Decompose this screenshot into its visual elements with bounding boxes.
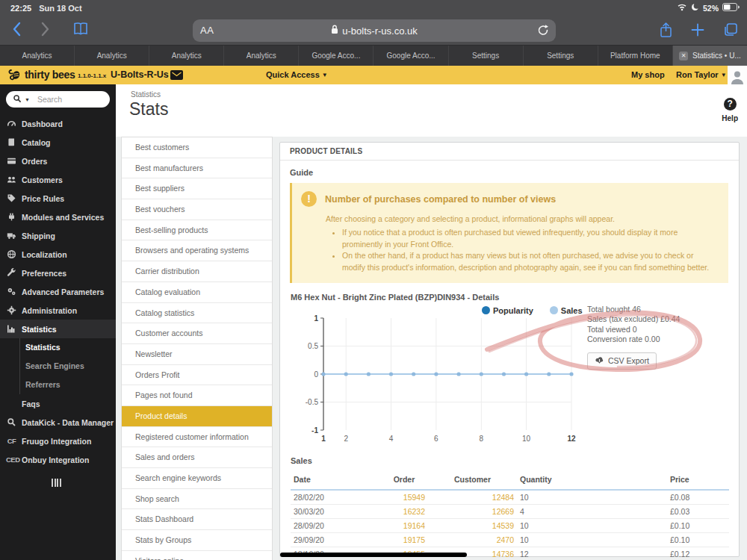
tab-analytics-4[interactable]: Analytics: [224, 46, 299, 66]
stats-menu-item[interactable]: Catalog evaluation: [122, 282, 272, 303]
tab-analytics-2[interactable]: Analytics: [75, 46, 149, 66]
customer-link[interactable]: 12484: [428, 490, 517, 505]
tab-settings-2[interactable]: Settings: [524, 46, 598, 66]
tabs-overview-icon[interactable]: [723, 22, 738, 40]
brand-name[interactable]: thirty bees: [25, 69, 75, 81]
stats-menu-item[interactable]: Best suppliers: [122, 178, 272, 199]
sidebar-search[interactable]: ▼ Search: [6, 91, 110, 108]
sidebar-item-preferences[interactable]: Preferences: [0, 264, 116, 282]
stats-menu-item[interactable]: Visitors online: [122, 551, 272, 560]
svg-text:12: 12: [567, 435, 576, 443]
customer-link[interactable]: 2470: [428, 532, 517, 547]
stats-menu-item-product-details[interactable]: Product details: [122, 406, 272, 427]
breadcrumb[interactable]: Statistics: [131, 90, 161, 99]
sidebar-item-localization[interactable]: Localization: [0, 245, 116, 264]
tab-platform-home[interactable]: Platform Home: [598, 46, 673, 66]
user-menu[interactable]: Ron Taylor▼: [676, 70, 727, 79]
ced-badge-icon: CED: [6, 455, 17, 464]
safari-chrome: 22:25 Sun 18 Oct 52% AA u-bolts-r-us.co.…: [0, 0, 747, 45]
svg-text:-0.5: -0.5: [306, 398, 319, 406]
tab-google-account-1[interactable]: Google Acco...: [299, 46, 374, 66]
sidebar-item-fruugo[interactable]: CFFruugo Integration: [0, 432, 116, 450]
tab-google-account-2[interactable]: Google Acco...: [374, 46, 448, 66]
help-button[interactable]: ? Help: [722, 98, 738, 122]
conversion-rate: Conversion rate 0.00: [587, 335, 680, 345]
submenu-item-statistics[interactable]: Statistics: [20, 338, 116, 357]
stats-menu-item[interactable]: Best vouchers: [122, 199, 272, 220]
cell-quantity: 10: [517, 532, 667, 547]
quick-access-menu[interactable]: Quick Access▼: [266, 70, 328, 79]
new-tab-icon[interactable]: [691, 23, 704, 40]
my-shop-link[interactable]: My shop: [631, 70, 665, 79]
stats-menu-item[interactable]: Newsletter: [122, 344, 272, 365]
sidebar-item-orders[interactable]: Orders: [0, 152, 116, 170]
stats-menu-item[interactable]: Search engine keywords: [122, 468, 272, 489]
sidebar-item-dashboard[interactable]: Dashboard: [0, 114, 116, 133]
col-order: Order: [380, 471, 428, 490]
sidebar-item-advanced-parameters[interactable]: Advanced Parameters: [0, 282, 116, 301]
mail-icon[interactable]: [170, 69, 183, 83]
sidebar-item-shipping[interactable]: Shipping: [0, 226, 116, 245]
home-indicator[interactable]: [280, 553, 467, 557]
sidebar-item-catalog[interactable]: Catalog: [0, 133, 116, 152]
sidebar-collapse-handle[interactable]: [52, 479, 61, 487]
sales-table: Date Order Customer Quantity Price 28/02…: [291, 471, 729, 560]
cell-quantity: 12: [517, 547, 667, 560]
stats-menu-item[interactable]: Orders Profit: [122, 365, 272, 386]
sidebar-item-statistics[interactable]: Statistics: [0, 320, 116, 338]
submenu-item-referrers[interactable]: Referrers: [20, 376, 116, 394]
col-date: Date: [291, 471, 380, 490]
submenu-item-search-engines[interactable]: Search Engines: [20, 357, 116, 376]
customer-link[interactable]: 14539: [428, 518, 517, 532]
sidebar-item-onbuy[interactable]: CEDOnbuy Integration: [0, 450, 116, 469]
stats-menu-item[interactable]: Catalog statistics: [122, 303, 272, 324]
stats-menu-item[interactable]: Stats Dashboard: [122, 509, 272, 530]
address-bar[interactable]: AA u-bolts-r-us.co.uk: [193, 19, 556, 42]
cell-quantity: 10: [517, 490, 667, 505]
sidebar-item-datakick[interactable]: DataKick - Data Manager: [0, 413, 116, 432]
svg-text:4: 4: [389, 435, 394, 443]
search-scope-caret-icon[interactable]: ▼: [25, 97, 30, 102]
stats-menu-item[interactable]: Best-selling products: [122, 220, 272, 241]
csv-export-button[interactable]: CSV Export: [587, 352, 657, 370]
stats-menu-item[interactable]: Shop search: [122, 489, 272, 510]
tab-analytics-3[interactable]: Analytics: [149, 46, 224, 66]
tab-analytics-1[interactable]: Analytics: [0, 46, 75, 66]
stats-menu-item[interactable]: Registered customer information: [122, 427, 272, 448]
sidebar-item-price-rules[interactable]: Price Rules: [0, 189, 116, 208]
stats-menu-item[interactable]: Customer accounts: [122, 323, 272, 344]
cloud-download-icon: [595, 356, 604, 367]
cell-date: 29/09/20: [291, 532, 380, 547]
stats-menu: Best customers Best manufacturers Best s…: [121, 137, 273, 560]
sidebar-item-faqs[interactable]: Faqs: [0, 394, 116, 413]
customer-link[interactable]: 12669: [428, 504, 517, 518]
avatar[interactable]: [728, 66, 747, 84]
sidebar-item-modules[interactable]: Modules and Services: [0, 208, 116, 226]
refresh-icon[interactable]: [537, 24, 549, 40]
tab-close-icon[interactable]: ✕: [679, 52, 688, 60]
stats-menu-item[interactable]: Best manufacturers: [122, 158, 272, 179]
stats-menu-item[interactable]: Stats by Groups: [122, 530, 272, 551]
order-link[interactable]: 15949: [380, 490, 428, 505]
line-chart: 1 0.5 0 -0.5 -1 1 2 4 6 8 10 12: [303, 312, 601, 450]
stats-menu-item[interactable]: Best customers: [122, 137, 272, 158]
back-button[interactable]: [12, 21, 22, 40]
search-icon: [13, 93, 22, 106]
order-link[interactable]: 19164: [380, 518, 428, 532]
sidebar-item-customers[interactable]: Customers: [0, 170, 116, 189]
share-icon[interactable]: [660, 22, 672, 42]
tab-settings-1[interactable]: Settings: [449, 46, 524, 66]
svg-text:10: 10: [522, 435, 531, 443]
stats-menu-item[interactable]: Pages not found: [122, 385, 272, 406]
shop-name[interactable]: U-Bolts-R-Us: [111, 69, 169, 80]
tag-icon: [6, 193, 17, 203]
order-link[interactable]: 16232: [380, 504, 428, 518]
tab-statistics-active[interactable]: ✕ Statistics • U...: [673, 46, 747, 66]
stats-menu-item[interactable]: Carrier distribution: [122, 261, 272, 282]
stats-menu-item[interactable]: Sales and orders: [122, 447, 272, 468]
order-link[interactable]: 19175: [380, 532, 428, 547]
sidebar-item-administration[interactable]: Administration: [0, 301, 116, 320]
bookmarks-icon[interactable]: [73, 22, 88, 39]
forward-button[interactable]: [40, 21, 50, 40]
stats-menu-item[interactable]: Browsers and operating systems: [122, 240, 272, 261]
